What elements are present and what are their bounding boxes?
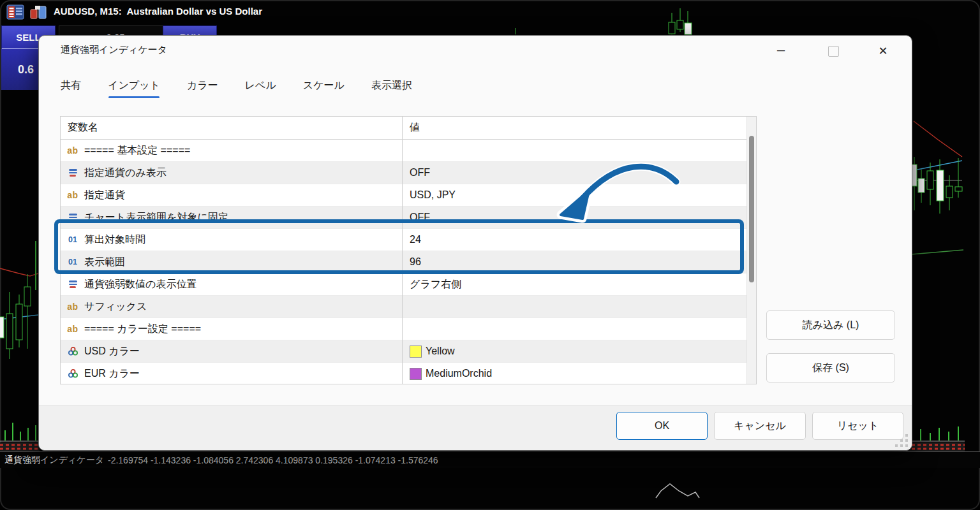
column-divider[interactable] (402, 117, 403, 384)
maximize-icon (828, 46, 839, 57)
param-name: EUR カラー (84, 367, 140, 381)
table-row[interactable]: ab指定通貨USD, JPY (61, 184, 756, 207)
integer-param-icon: 01 (66, 235, 80, 244)
indicator-settings-dialog: 通貨強弱インディケータ ─ ✕ 共有インプットカラーレベルスケール表示選択 変数… (38, 35, 912, 451)
status-indicator-name: 通貨強弱インディケータ (4, 455, 104, 466)
chart-icon (29, 4, 47, 20)
param-name: チャート表示範囲を対象に固定 (84, 211, 228, 224)
table-row[interactable]: 01算出対象時間24 (61, 229, 756, 251)
param-value-cell[interactable]: グラフ右側 (402, 278, 461, 291)
color-swatch (410, 368, 422, 380)
tab-colors[interactable]: カラー (187, 79, 218, 98)
enum-param-icon (66, 214, 80, 221)
table-row[interactable]: ab===== 基本設定 ===== (61, 140, 756, 162)
param-name-cell: ab===== カラー設定 ===== (61, 323, 402, 336)
param-value[interactable]: OFF (410, 212, 430, 223)
param-value-cell[interactable]: MediumOrchid (402, 368, 492, 380)
param-value[interactable]: OFF (410, 167, 430, 178)
table-row[interactable]: 01表示範囲96 (61, 251, 756, 273)
column-header-name: 変数名 (61, 121, 402, 135)
tab-visualization[interactable]: 表示選択 (371, 79, 412, 98)
param-name: 算出対象時間 (84, 233, 145, 247)
param-value[interactable]: 96 (410, 256, 421, 268)
table-row[interactable]: USD カラーYellow (61, 340, 756, 363)
param-name: 表示範囲 (84, 256, 125, 269)
dialog-title: 通貨強弱インディケータ (61, 44, 167, 56)
chart-title-bar: AUDUSD, M15: Australian Dollar vs US Dol… (0, 0, 980, 24)
save-button[interactable]: 保存 (S) (766, 353, 895, 382)
table-row[interactable]: ab===== カラー設定 ===== (61, 318, 756, 340)
dialog-tabs: 共有インプットカラーレベルスケール表示選択 (61, 79, 412, 98)
table-rows: ab===== 基本設定 =====指定通貨のみ表示OFFab指定通貨USD, … (61, 140, 756, 384)
param-name-cell: abサフィックス (61, 300, 402, 314)
reset-button[interactable]: リセット (812, 412, 903, 440)
tab-common[interactable]: 共有 (61, 79, 81, 98)
param-name-cell: 01表示範囲 (61, 256, 402, 269)
ok-button[interactable]: OK (616, 412, 708, 440)
table-scrollbar[interactable] (746, 117, 756, 384)
tab-inputs[interactable]: インプット (108, 79, 160, 98)
param-value-cell[interactable]: USD, JPY (402, 189, 456, 201)
param-name: 指定通貨のみ表示 (84, 166, 167, 180)
param-name-cell: チャート表示範囲を対象に固定 (61, 211, 402, 224)
param-name: 通貨強弱数値の表示位置 (84, 278, 197, 291)
param-value-cell[interactable]: OFF (402, 167, 430, 178)
param-value[interactable]: 24 (410, 234, 421, 245)
table-scrollbar-thumb[interactable] (749, 136, 754, 282)
param-name-cell: EUR カラー (61, 367, 402, 381)
minimize-button[interactable]: ─ (766, 41, 796, 61)
table-row[interactable]: チャート表示範囲を対象に固定OFF (61, 207, 756, 229)
param-name: 指定通貨 (84, 189, 125, 202)
dialog-footer: OK キャンセル リセット (39, 405, 912, 450)
table-header: 変数名 値 (61, 117, 756, 140)
status-indicator-values: -2.169754 -1.143236 -1.084056 2.742306 4… (108, 455, 438, 465)
string-param-icon: ab (66, 145, 80, 156)
string-param-icon: ab (66, 190, 80, 200)
param-name: ===== カラー設定 ===== (84, 323, 201, 336)
param-name-cell: 通貨強弱数値の表示位置 (61, 278, 402, 291)
parameter-table: 変数名 値 ab===== 基本設定 =====指定通貨のみ表示OFFab指定通… (60, 116, 757, 384)
minimize-icon: ─ (777, 45, 785, 57)
cancel-button[interactable]: キャンセル (714, 412, 806, 440)
close-button[interactable]: ✕ (868, 41, 898, 61)
param-value[interactable]: Yellow (426, 346, 455, 357)
tab-levels[interactable]: レベル (245, 79, 276, 98)
maximize-button[interactable] (819, 41, 848, 61)
close-icon: ✕ (878, 44, 887, 58)
param-name: USD カラー (84, 345, 140, 358)
param-name: サフィックス (84, 300, 147, 314)
table-row[interactable]: 通貨強弱数値の表示位置グラフ右側 (61, 273, 756, 296)
string-param-icon: ab (66, 302, 80, 312)
param-name-cell: ab===== 基本設定 ===== (61, 144, 402, 157)
integer-param-icon: 01 (66, 258, 80, 266)
param-name: ===== 基本設定 ===== (84, 144, 190, 157)
metatrader-screen: AUDUSD, M15: Australian Dollar vs US Dol… (0, 0, 980, 510)
color-param-icon (66, 347, 80, 356)
param-value-cell[interactable]: Yellow (402, 346, 455, 358)
param-value[interactable]: MediumOrchid (426, 368, 492, 379)
indicator-status-bar: 通貨強弱インディケータ -2.169754 -1.143236 -1.08405… (0, 451, 980, 468)
enum-param-icon (66, 280, 80, 288)
string-param-icon: ab (66, 324, 80, 334)
tab-scale[interactable]: スケール (303, 79, 345, 98)
strength-line (656, 484, 699, 498)
param-value-cell[interactable]: OFF (402, 212, 430, 223)
param-value[interactable]: グラフ右側 (410, 278, 461, 291)
param-value-cell[interactable]: 96 (402, 256, 421, 268)
param-value[interactable]: USD, JPY (410, 189, 456, 201)
chart-window-title: AUDUSD, M15: Australian Dollar vs US Dol… (54, 6, 262, 17)
param-name-cell: ab指定通貨 (61, 189, 402, 202)
table-row[interactable]: 指定通貨のみ表示OFF (61, 162, 756, 184)
load-button[interactable]: 読み込み (L) (766, 310, 895, 340)
table-row[interactable]: EUR カラーMediumOrchid (61, 363, 756, 384)
table-row[interactable]: abサフィックス (61, 296, 756, 318)
resize-grip[interactable] (894, 434, 908, 447)
enum-param-icon (66, 169, 80, 177)
param-name-cell: 01算出対象時間 (61, 233, 402, 247)
market-watch-icon (6, 4, 24, 20)
color-param-icon (66, 369, 80, 378)
param-name-cell: 指定通貨のみ表示 (61, 166, 402, 180)
param-value-cell[interactable]: 24 (402, 234, 421, 245)
color-swatch (410, 346, 422, 358)
param-name-cell: USD カラー (61, 345, 402, 358)
